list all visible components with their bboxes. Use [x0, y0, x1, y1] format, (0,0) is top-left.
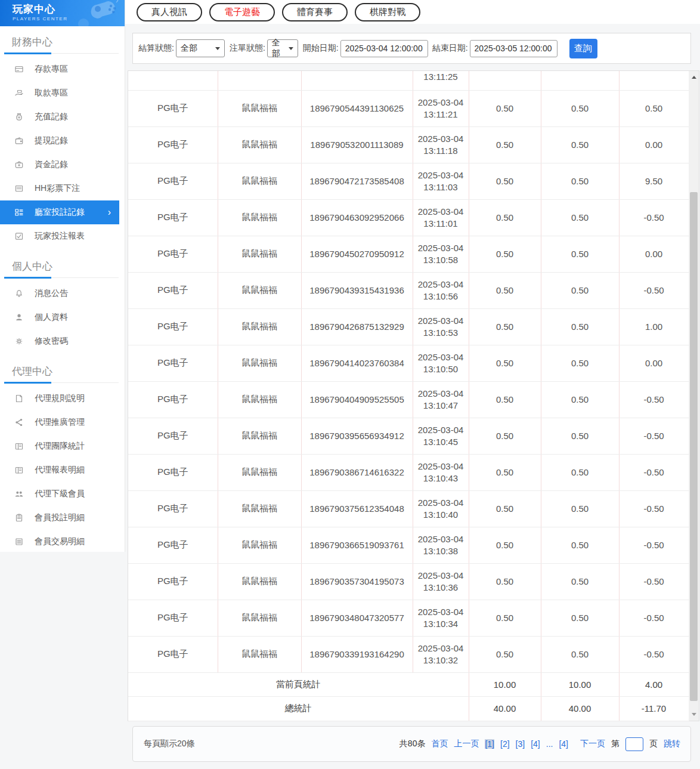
vertical-scrollbar[interactable]: [689, 71, 699, 721]
jump-button[interactable]: 跳转: [664, 739, 680, 749]
page-link[interactable]: [4]: [531, 739, 540, 749]
moneybag-icon: [14, 112, 24, 122]
cell-game: 鼠鼠福福: [218, 90, 301, 126]
cell-bet-id: 1896790348047320577: [301, 600, 413, 636]
cell-bet-id: 1896790463092952066: [301, 199, 413, 236]
cell-bet-id: 1896790404909525505: [301, 381, 413, 418]
cell-bet: 0.50: [469, 90, 541, 126]
sidebar-item-report-detail[interactable]: 代理報表明細: [0, 458, 119, 482]
tab-電子遊藝[interactable]: 電子遊藝: [209, 3, 275, 21]
withdraw-hand-icon: [14, 88, 24, 98]
sidebar-item-withdraw-hand[interactable]: 取款專區: [0, 81, 119, 105]
total-count: 共80条: [399, 739, 426, 749]
jump-prefix-label: 第: [611, 739, 620, 749]
cell-valid: 0.50: [541, 454, 619, 490]
page-link-current[interactable]: [1]: [485, 739, 494, 749]
sidebar-item-card[interactable]: 存款專區: [0, 57, 119, 81]
tab-真人視訊[interactable]: 真人視訊: [137, 3, 202, 21]
page-jump-input[interactable]: [625, 737, 643, 751]
sidebar-item-moneybag[interactable]: 充值記錄: [0, 105, 119, 129]
table-row: PG电子鼠鼠福福18967905320011130892025-03-0413:…: [128, 126, 689, 163]
cell-payout: -0.50: [619, 272, 689, 308]
end-date-input[interactable]: [470, 40, 557, 57]
sidebar-item-bet-record[interactable]: 廳室投註記錄›: [0, 200, 119, 224]
gear-icon: [14, 336, 24, 346]
table-row: PG电子鼠鼠福福18967904721735854082025-03-0413:…: [128, 163, 689, 199]
cell-provider: PG电子: [128, 199, 218, 236]
summary-bet: 40.00: [469, 696, 541, 721]
sidebar-item-lottery-list[interactable]: HH彩票下注: [0, 177, 119, 200]
cell-bet-id: 1896790375612354048: [301, 490, 413, 527]
sidebar-item-label: 代理團隊統計: [35, 441, 85, 452]
cell-provider: PG电子: [128, 126, 218, 163]
page-link[interactable]: [4]: [559, 739, 568, 749]
table-row: PG电子鼠鼠福福18967903756123540482025-03-0413:…: [128, 490, 689, 527]
order-status-select[interactable]: 全部: [267, 39, 298, 57]
tab-棋牌對戰[interactable]: 棋牌對戰: [355, 3, 420, 21]
order-status-value: 全部: [272, 38, 284, 59]
sidebar-item-members[interactable]: 代理下級會員: [0, 482, 119, 506]
cell-provider: PG电子: [128, 90, 218, 126]
sidebar-section-items: 代理規則說明代理推廣管理代理團隊統計代理報表明細代理下級會員會員投註明細會員交易…: [0, 383, 125, 556]
chevron-down-icon: [289, 47, 293, 50]
sidebar-item-report[interactable]: 玩家投注報表: [0, 224, 119, 248]
sidebar-item-bell[interactable]: 消息公告: [0, 282, 119, 305]
sidebar-item-share[interactable]: 代理推廣管理: [0, 410, 119, 434]
sidebar-section-title: 個人中心: [4, 251, 119, 278]
sidebar-item-user[interactable]: 個人資料: [0, 305, 119, 329]
sidebar-item-label: 資金記錄: [35, 159, 68, 170]
cell-time: 2025-03-0413:10:38: [413, 527, 469, 563]
start-date-input[interactable]: [340, 40, 428, 57]
cell-provider: PG电子: [128, 563, 218, 600]
settle-status-select[interactable]: 全部: [176, 39, 225, 57]
cell-valid: 0.50: [541, 490, 619, 527]
cell-provider: PG电子: [128, 272, 218, 308]
scroll-down-arrow-icon[interactable]: [689, 709, 699, 719]
sidebar-section-title: 代理中心: [4, 356, 119, 383]
prev-page-link[interactable]: 上一页: [454, 739, 479, 749]
member-bets-icon: [14, 513, 24, 523]
table-row: PG电子鼠鼠福福18967903956569349122025-03-0413:…: [128, 418, 689, 454]
cell-payout: [619, 71, 689, 90]
sidebar-item-label: 提現記錄: [35, 135, 68, 146]
sidebar-item-team-stats[interactable]: 代理團隊統計: [0, 434, 119, 458]
first-page-link[interactable]: 首页: [431, 739, 448, 749]
cell-bet: 0.50: [469, 490, 541, 527]
cell-game: 鼠鼠福福: [218, 199, 301, 236]
sidebar-item-member-bets[interactable]: 會員投註明細: [0, 506, 119, 530]
sidebar-section-items: 存款專區取款專區充值記錄提現記錄資金記錄HH彩票下注廳室投註記錄›玩家投注報表: [0, 54, 125, 251]
sidebar-item-gear[interactable]: 修改密碼: [0, 329, 119, 353]
cell-bet-id: 1896790386714616322: [301, 454, 413, 490]
table-row: PG电子鼠鼠福福18967903573041950732025-03-0413:…: [128, 563, 689, 600]
tab-體育賽事[interactable]: 體育賽事: [282, 3, 348, 21]
page-link[interactable]: [2]: [500, 739, 510, 749]
sidebar-item-purse[interactable]: 資金記錄: [0, 153, 119, 177]
cell-valid: 0.50: [541, 418, 619, 454]
scroll-up-arrow-icon[interactable]: [689, 72, 699, 82]
sidebar-item-doc[interactable]: 代理規則說明: [0, 387, 119, 410]
table-row: PG电子鼠鼠福福18967904049095255052025-03-0413:…: [128, 381, 689, 418]
table-row: PG电子鼠鼠福福18967903480473205772025-03-0413:…: [128, 600, 689, 636]
pagination-bar: 每頁顯示20條 共80条 首页 上一页 [1][2][3][4]...[4] 下…: [132, 726, 691, 762]
cell-game: 鼠鼠福福: [218, 600, 301, 636]
user-icon: [14, 313, 24, 322]
table-row: PG电子鼠鼠福福18967905443911306252025-03-0413:…: [128, 90, 689, 126]
cell-payout: -0.50: [619, 527, 689, 563]
cell-game: [218, 71, 301, 90]
start-date-label: 開始日期:: [303, 43, 339, 54]
page-link[interactable]: [3]: [516, 739, 525, 749]
cell-time: 2025-03-0413:11:01: [413, 199, 469, 236]
cell-payout: -0.50: [619, 454, 689, 490]
sidebar-item-member-trans[interactable]: 會員交易明細: [0, 530, 119, 554]
cell-provider: PG电子: [128, 236, 218, 272]
cell-bet: 0.50: [469, 454, 541, 490]
cell-payout: 1.00: [619, 308, 689, 345]
query-button[interactable]: 查詢: [569, 39, 597, 58]
page-ellipsis: ...: [546, 739, 553, 749]
next-page-link[interactable]: 下一页: [580, 739, 605, 749]
scrollbar-thumb[interactable]: [690, 192, 698, 701]
cell-game: 鼠鼠福福: [218, 563, 301, 600]
cell-valid: 0.50: [541, 563, 619, 600]
sidebar-item-wallet[interactable]: 提現記錄: [0, 129, 119, 153]
cell-game: 鼠鼠福福: [218, 163, 301, 199]
